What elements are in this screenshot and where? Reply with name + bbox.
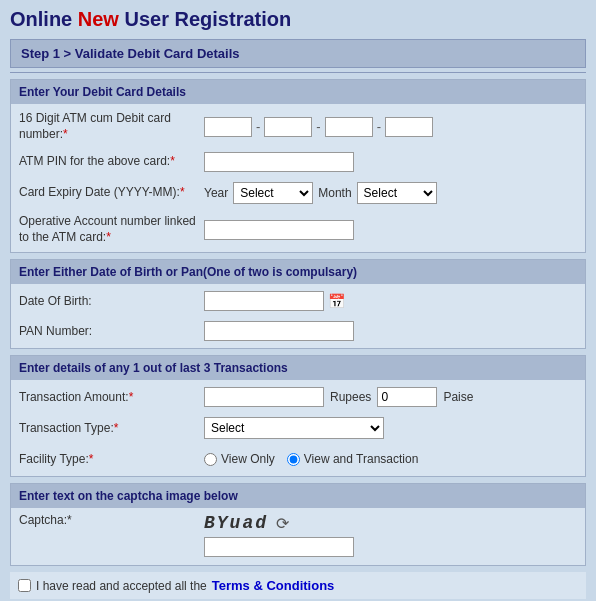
transaction-type-row: Transaction Type:* Select Credit Debit: [11, 412, 585, 444]
captcha-section: Enter text on the captcha image below Ca…: [10, 483, 586, 566]
month-select[interactable]: Select 010203 040506 070809 101112: [357, 182, 437, 204]
title-highlight: New: [78, 8, 119, 30]
amount-field[interactable]: [204, 387, 324, 407]
atm-pin-row: ATM PIN for the above card:*: [11, 147, 585, 177]
card-sep-2: -: [316, 119, 320, 134]
year-label: Year: [204, 186, 228, 200]
step-bar: Step 1 > Validate Debit Card Details: [10, 39, 586, 68]
transaction-type-select[interactable]: Select Credit Debit: [204, 417, 384, 439]
transaction-section: Enter details of any 1 out of last 3 Tra…: [10, 355, 586, 477]
card-number-field-3[interactable]: [325, 117, 373, 137]
card-sep-1: -: [256, 119, 260, 134]
dob-label: Date Of Birth:: [19, 294, 204, 310]
expiry-row: Card Expiry Date (YYYY-MM):* Year Select…: [11, 177, 585, 209]
title-prefix: Online: [10, 8, 78, 30]
card-number-inputs: - - -: [204, 117, 433, 137]
amount-inputs: Rupees Paise: [204, 387, 473, 407]
account-field[interactable]: [204, 220, 354, 240]
dob-pan-header: Enter Either Date of Birth or Pan(One of…: [11, 260, 585, 284]
divider: [10, 72, 586, 73]
calendar-icon[interactable]: 📅: [328, 293, 345, 309]
refresh-captcha-icon[interactable]: ⟳: [276, 514, 289, 533]
title-suffix: User Registration: [119, 8, 291, 30]
atm-pin-label: ATM PIN for the above card:*: [19, 154, 204, 170]
dob-row: Date Of Birth: 📅: [11, 286, 585, 316]
rupees-label: Rupees: [330, 390, 371, 404]
facility-options: View Only View and Transaction: [204, 452, 418, 466]
step-label: Step 1 > Validate Debit Card Details: [21, 46, 240, 61]
card-number-field-4[interactable]: [385, 117, 433, 137]
year-select[interactable]: Select 2024 2025 2026 2027 2028: [233, 182, 313, 204]
expiry-selects: Year Select 2024 2025 2026 2027 2028 Mon…: [204, 182, 437, 204]
dob-input-group: 📅: [204, 291, 345, 311]
captcha-header: Enter text on the captcha image below: [11, 484, 585, 508]
terms-text: I have read and accepted all the: [36, 579, 207, 593]
card-number-row: 16 Digit ATM cum Debit card number:* - -…: [11, 106, 585, 147]
captcha-label-row: Captcha:* BYuad ⟳: [19, 513, 577, 557]
expiry-label: Card Expiry Date (YYYY-MM):*: [19, 185, 204, 201]
card-number-field-1[interactable]: [204, 117, 252, 137]
facility-view-only: View Only: [204, 452, 275, 466]
captcha-content: BYuad ⟳: [204, 513, 354, 557]
pan-row: PAN Number:: [11, 316, 585, 346]
terms-checkbox[interactable]: [18, 579, 31, 592]
card-number-label: 16 Digit ATM cum Debit card number:*: [19, 111, 204, 142]
card-number-field-2[interactable]: [264, 117, 312, 137]
account-row: Operative Account number linked to the A…: [11, 209, 585, 250]
facility-view-transaction-radio[interactable]: [287, 453, 300, 466]
captcha-inner: Captcha:* BYuad ⟳: [11, 508, 585, 565]
pan-label: PAN Number:: [19, 324, 204, 340]
month-label: Month: [318, 186, 351, 200]
atm-pin-field[interactable]: [204, 152, 354, 172]
facility-type-row: Facility Type:* View Only View and Trans…: [11, 444, 585, 474]
dob-field[interactable]: [204, 291, 324, 311]
terms-link[interactable]: Terms & Conditions: [212, 578, 335, 593]
transaction-amount-row: Transaction Amount:* Rupees Paise: [11, 382, 585, 412]
amount-label: Transaction Amount:*: [19, 390, 204, 406]
terms-row: I have read and accepted all the Terms &…: [10, 572, 586, 599]
type-label: Transaction Type:*: [19, 421, 204, 437]
pan-field[interactable]: [204, 321, 354, 341]
dob-pan-section: Enter Either Date of Birth or Pan(One of…: [10, 259, 586, 349]
facility-view-transaction-label: View and Transaction: [304, 452, 419, 466]
page-title: Online New User Registration: [10, 8, 586, 31]
account-label: Operative Account number linked to the A…: [19, 214, 204, 245]
debit-card-header: Enter Your Debit Card Details: [11, 80, 585, 104]
card-sep-3: -: [377, 119, 381, 134]
facility-view-only-label: View Only: [221, 452, 275, 466]
debit-card-section: Enter Your Debit Card Details 16 Digit A…: [10, 79, 586, 253]
transaction-header: Enter details of any 1 out of last 3 Tra…: [11, 356, 585, 380]
captcha-label: Captcha:*: [19, 513, 204, 527]
page-container: Online New User Registration Step 1 > Va…: [0, 0, 596, 601]
facility-view-transaction: View and Transaction: [287, 452, 419, 466]
facility-view-only-radio[interactable]: [204, 453, 217, 466]
paise-label: Paise: [443, 390, 473, 404]
captcha-image-text: BYuad: [204, 513, 268, 533]
captcha-display: BYuad ⟳: [204, 513, 354, 533]
captcha-field[interactable]: [204, 537, 354, 557]
facility-label: Facility Type:*: [19, 452, 204, 468]
paise-field[interactable]: [377, 387, 437, 407]
